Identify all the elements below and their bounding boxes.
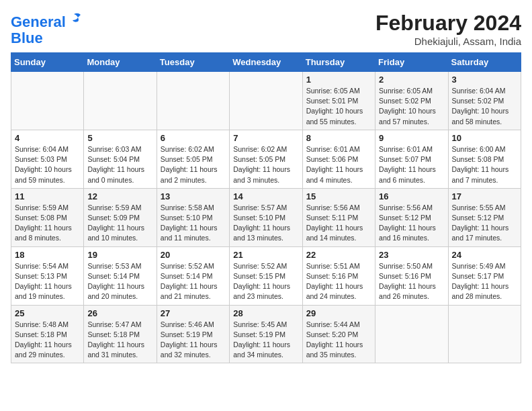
calendar-cell: 15Sunrise: 5:56 AMSunset: 5:11 PMDayligh… bbox=[302, 188, 375, 246]
day-info: Sunrise: 5:44 AMSunset: 5:20 PMDaylight:… bbox=[306, 320, 371, 361]
day-number: 9 bbox=[379, 133, 444, 143]
calendar-cell: 14Sunrise: 5:57 AMSunset: 5:10 PMDayligh… bbox=[230, 188, 302, 246]
month-year-title: February 2024 bbox=[375, 11, 521, 36]
day-info: Sunrise: 5:57 AMSunset: 5:10 PMDaylight:… bbox=[233, 203, 298, 244]
day-info: Sunrise: 5:55 AMSunset: 5:12 PMDaylight:… bbox=[452, 203, 517, 244]
day-info: Sunrise: 5:47 AMSunset: 5:18 PMDaylight:… bbox=[87, 320, 152, 361]
day-info: Sunrise: 6:05 AMSunset: 5:02 PMDaylight:… bbox=[379, 86, 444, 127]
day-number: 21 bbox=[233, 250, 298, 260]
day-number: 27 bbox=[161, 308, 226, 318]
day-info: Sunrise: 6:00 AMSunset: 5:08 PMDaylight:… bbox=[452, 144, 517, 185]
weekday-header-saturday: Saturday bbox=[448, 53, 521, 72]
day-info: Sunrise: 5:49 AMSunset: 5:17 PMDaylight:… bbox=[452, 261, 517, 302]
day-number: 15 bbox=[306, 191, 371, 201]
day-info: Sunrise: 5:51 AMSunset: 5:16 PMDaylight:… bbox=[306, 261, 371, 302]
day-info: Sunrise: 6:01 AMSunset: 5:07 PMDaylight:… bbox=[379, 144, 444, 185]
calendar-cell: 28Sunrise: 5:45 AMSunset: 5:19 PMDayligh… bbox=[230, 305, 302, 363]
calendar-cell: 20Sunrise: 5:52 AMSunset: 5:14 PMDayligh… bbox=[157, 246, 229, 305]
weekday-header-friday: Friday bbox=[375, 53, 448, 72]
calendar-cell bbox=[375, 305, 448, 363]
logo: General Blue bbox=[11, 11, 83, 46]
calendar-cell: 23Sunrise: 5:50 AMSunset: 5:16 PMDayligh… bbox=[375, 246, 448, 305]
calendar-cell: 26Sunrise: 5:47 AMSunset: 5:18 PMDayligh… bbox=[84, 305, 157, 363]
calendar-cell: 5Sunrise: 6:03 AMSunset: 5:04 PMDaylight… bbox=[84, 130, 157, 188]
day-info: Sunrise: 5:56 AMSunset: 5:12 PMDaylight:… bbox=[379, 203, 444, 244]
calendar-cell: 25Sunrise: 5:48 AMSunset: 5:18 PMDayligh… bbox=[11, 305, 84, 363]
day-number: 10 bbox=[452, 133, 517, 143]
day-number: 7 bbox=[233, 133, 298, 143]
day-info: Sunrise: 5:59 AMSunset: 5:09 PMDaylight:… bbox=[87, 203, 152, 244]
day-number: 6 bbox=[161, 133, 226, 143]
day-info: Sunrise: 5:50 AMSunset: 5:16 PMDaylight:… bbox=[379, 261, 444, 302]
day-number: 24 bbox=[452, 250, 517, 260]
calendar-table: SundayMondayTuesdayWednesdayThursdayFrid… bbox=[11, 52, 521, 363]
calendar-cell bbox=[157, 72, 229, 130]
day-number: 8 bbox=[306, 133, 371, 143]
day-number: 16 bbox=[379, 191, 444, 201]
day-number: 5 bbox=[87, 133, 152, 143]
logo-bird-icon bbox=[67, 11, 83, 27]
day-number: 28 bbox=[233, 308, 298, 318]
day-number: 17 bbox=[452, 191, 517, 201]
calendar-cell: 7Sunrise: 6:02 AMSunset: 5:05 PMDaylight… bbox=[230, 130, 302, 188]
calendar-cell: 2Sunrise: 6:05 AMSunset: 5:02 PMDaylight… bbox=[375, 72, 448, 130]
day-number: 13 bbox=[161, 191, 226, 201]
day-info: Sunrise: 6:02 AMSunset: 5:05 PMDaylight:… bbox=[233, 144, 298, 185]
day-number: 20 bbox=[161, 250, 226, 260]
day-info: Sunrise: 6:04 AMSunset: 5:03 PMDaylight:… bbox=[15, 144, 80, 185]
calendar-cell: 17Sunrise: 5:55 AMSunset: 5:12 PMDayligh… bbox=[448, 188, 521, 246]
week-row-4: 25Sunrise: 5:48 AMSunset: 5:18 PMDayligh… bbox=[11, 305, 521, 363]
calendar-cell: 6Sunrise: 6:02 AMSunset: 5:05 PMDaylight… bbox=[157, 130, 229, 188]
day-number: 4 bbox=[15, 133, 80, 143]
day-number: 29 bbox=[306, 308, 371, 318]
calendar-cell: 10Sunrise: 6:00 AMSunset: 5:08 PMDayligh… bbox=[448, 130, 521, 188]
calendar-cell bbox=[11, 72, 84, 130]
day-number: 23 bbox=[379, 250, 444, 260]
logo-general: General bbox=[11, 13, 66, 30]
weekday-header-sunday: Sunday bbox=[11, 53, 84, 72]
day-number: 1 bbox=[306, 75, 371, 85]
day-info: Sunrise: 5:46 AMSunset: 5:19 PMDaylight:… bbox=[161, 320, 226, 361]
location-subtitle: Dhekiajuli, Assam, India bbox=[375, 36, 521, 47]
day-number: 19 bbox=[87, 250, 152, 260]
calendar-cell: 19Sunrise: 5:53 AMSunset: 5:14 PMDayligh… bbox=[84, 246, 157, 305]
day-number: 3 bbox=[452, 75, 517, 85]
calendar-cell: 16Sunrise: 5:56 AMSunset: 5:12 PMDayligh… bbox=[375, 188, 448, 246]
day-number: 14 bbox=[233, 191, 298, 201]
weekday-header-monday: Monday bbox=[84, 53, 157, 72]
calendar-cell bbox=[230, 72, 302, 130]
day-info: Sunrise: 5:45 AMSunset: 5:19 PMDaylight:… bbox=[233, 320, 298, 361]
weekday-header-thursday: Thursday bbox=[302, 53, 375, 72]
calendar-cell: 18Sunrise: 5:54 AMSunset: 5:13 PMDayligh… bbox=[11, 246, 84, 305]
calendar-cell: 12Sunrise: 5:59 AMSunset: 5:09 PMDayligh… bbox=[84, 188, 157, 246]
day-info: Sunrise: 5:58 AMSunset: 5:10 PMDaylight:… bbox=[161, 203, 226, 244]
calendar-cell: 3Sunrise: 6:04 AMSunset: 5:02 PMDaylight… bbox=[448, 72, 521, 130]
calendar-cell bbox=[84, 72, 157, 130]
calendar-cell: 27Sunrise: 5:46 AMSunset: 5:19 PMDayligh… bbox=[157, 305, 229, 363]
day-number: 25 bbox=[15, 308, 80, 318]
day-info: Sunrise: 5:56 AMSunset: 5:11 PMDaylight:… bbox=[306, 203, 371, 244]
weekday-header-tuesday: Tuesday bbox=[157, 53, 229, 72]
week-row-2: 11Sunrise: 5:59 AMSunset: 5:08 PMDayligh… bbox=[11, 188, 521, 246]
week-row-3: 18Sunrise: 5:54 AMSunset: 5:13 PMDayligh… bbox=[11, 246, 521, 305]
day-number: 11 bbox=[15, 191, 80, 201]
day-info: Sunrise: 5:53 AMSunset: 5:14 PMDaylight:… bbox=[87, 261, 152, 302]
day-number: 26 bbox=[87, 308, 152, 318]
day-number: 12 bbox=[87, 191, 152, 201]
calendar-cell: 11Sunrise: 5:59 AMSunset: 5:08 PMDayligh… bbox=[11, 188, 84, 246]
calendar-cell: 1Sunrise: 6:05 AMSunset: 5:01 PMDaylight… bbox=[302, 72, 375, 130]
day-info: Sunrise: 5:52 AMSunset: 5:14 PMDaylight:… bbox=[161, 261, 226, 302]
page-header: General Blue February 2024 Dhekiajuli, A… bbox=[11, 11, 521, 47]
day-number: 18 bbox=[15, 250, 80, 260]
weekday-header-row: SundayMondayTuesdayWednesdayThursdayFrid… bbox=[11, 53, 521, 72]
day-info: Sunrise: 5:54 AMSunset: 5:13 PMDaylight:… bbox=[15, 261, 80, 302]
day-info: Sunrise: 6:05 AMSunset: 5:01 PMDaylight:… bbox=[306, 86, 371, 127]
calendar-cell: 8Sunrise: 6:01 AMSunset: 5:06 PMDaylight… bbox=[302, 130, 375, 188]
calendar-cell: 24Sunrise: 5:49 AMSunset: 5:17 PMDayligh… bbox=[448, 246, 521, 305]
calendar-cell: 9Sunrise: 6:01 AMSunset: 5:07 PMDaylight… bbox=[375, 130, 448, 188]
day-info: Sunrise: 6:04 AMSunset: 5:02 PMDaylight:… bbox=[452, 86, 517, 127]
day-number: 2 bbox=[379, 75, 444, 85]
title-block: February 2024 Dhekiajuli, Assam, India bbox=[375, 11, 521, 47]
calendar-cell: 13Sunrise: 5:58 AMSunset: 5:10 PMDayligh… bbox=[157, 188, 229, 246]
day-info: Sunrise: 6:03 AMSunset: 5:04 PMDaylight:… bbox=[87, 144, 152, 185]
